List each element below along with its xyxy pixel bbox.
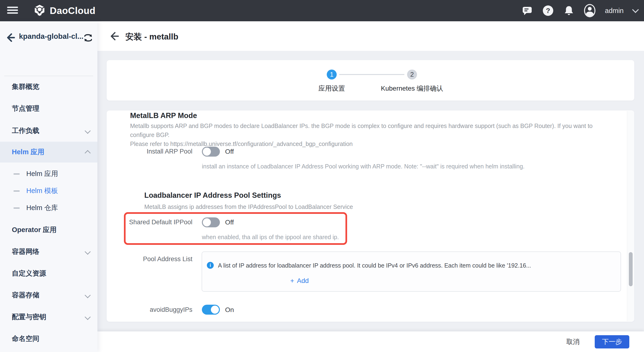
- stepper-card: 1 2 应用设置 Kubernetes 编排确认: [106, 60, 634, 101]
- sidebar-item-operator-apps[interactable]: Operator 应用: [0, 219, 98, 241]
- page-title-bar: 安装 - metallb: [98, 21, 644, 51]
- add-pool-address-button[interactable]: + Add: [290, 277, 309, 285]
- form-card: MetalLB ARP Mode Metallb supports ARP an…: [106, 111, 634, 322]
- step-1-label: 应用设置: [308, 84, 356, 93]
- shared-default-ippool-state: Off: [225, 219, 234, 226]
- sidebar-item-container-network[interactable]: 容器网络: [0, 241, 98, 263]
- shared-default-ippool-toggle[interactable]: [202, 217, 220, 227]
- brand-logo[interactable]: DaoCloud: [33, 0, 96, 21]
- chevron-down-icon: [84, 128, 90, 134]
- top-right-actions: ? admin: [522, 0, 638, 21]
- chevron-down-icon: [84, 249, 90, 255]
- pool-section-title: Loadbalancer IP Address Pool Settings: [144, 191, 281, 200]
- shared-default-ippool-help: when enabled, tha all ips of the ippool …: [202, 234, 339, 241]
- dash-icon: [14, 190, 20, 192]
- sidebar-item-cluster-ops[interactable]: 集群运维: [0, 350, 98, 352]
- page-back-arrow-icon[interactable]: [109, 31, 120, 42]
- sidebar-item-node-management[interactable]: 节点管理: [0, 97, 98, 120]
- sidebar-item-custom-resources[interactable]: 自定义资源: [0, 263, 98, 284]
- username-label: admin: [605, 7, 624, 15]
- user-menu-chevron-down-icon[interactable]: [632, 6, 639, 13]
- sidebar-back-arrow-icon[interactable]: [5, 32, 16, 43]
- sidebar: kpanda-global-cl... 集群概览 节点管理 工作负载 Helm …: [0, 21, 98, 352]
- switch-cluster-icon[interactable]: [83, 33, 93, 43]
- notifications-bell-icon[interactable]: [563, 5, 574, 16]
- pool-address-list-box: [202, 251, 621, 292]
- install-arp-pool-label: Install ARP Pool: [123, 148, 192, 155]
- dash-icon: [14, 207, 20, 209]
- install-arp-pool-help: install an instance of Loadbalancer IP A…: [202, 163, 524, 170]
- sidebar-subitem-helm-apps[interactable]: Helm 应用: [0, 165, 98, 182]
- shared-default-ippool-label: Shared Default IPPool: [123, 219, 192, 226]
- sidebar-subitem-helm-templates[interactable]: Helm 模板: [0, 182, 98, 199]
- next-step-button[interactable]: 下一步: [595, 335, 629, 349]
- hamburger-menu-icon[interactable]: [7, 5, 20, 16]
- avoid-buggy-ips-label: avoidBuggyIPs: [123, 306, 192, 314]
- stepper-connector-line: [339, 74, 404, 75]
- chevron-down-icon: [84, 314, 90, 320]
- chevron-up-icon: [84, 150, 90, 156]
- brand-name: DaoCloud: [50, 5, 96, 16]
- sidebar-header: kpanda-global-cl...: [0, 21, 98, 54]
- footer-action-bar: 取消 下一步: [98, 332, 644, 352]
- pool-address-list-info: A list of IP address for loadbalancer IP…: [218, 262, 531, 269]
- form-scrollbar-track[interactable]: [627, 111, 634, 321]
- step-1-circle: 1: [327, 70, 337, 79]
- pool-section-description: MetalLB assigns ip addresses from the IP…: [144, 202, 353, 211]
- app-window: DaoCloud ?: [0, 0, 644, 352]
- cluster-name[interactable]: kpanda-global-cl...: [19, 32, 84, 41]
- help-icon[interactable]: ?: [542, 5, 554, 16]
- step-2-circle: 2: [407, 70, 417, 79]
- install-arp-pool-state: Off: [225, 148, 234, 156]
- form-scrollbar-thumb[interactable]: [629, 252, 633, 286]
- sidebar-item-workloads[interactable]: 工作负载: [0, 120, 98, 142]
- sidebar-subitem-helm-repos[interactable]: Helm 仓库: [0, 199, 98, 216]
- step-2-label: Kubernetes 编排确认: [376, 84, 448, 93]
- page-title: 安装 - metallb: [125, 31, 178, 42]
- sidebar-item-cluster-overview[interactable]: 集群概览: [0, 76, 98, 97]
- avoid-buggy-ips-toggle[interactable]: [202, 305, 220, 315]
- pool-address-list-label: Pool Address List: [123, 255, 192, 263]
- daocloud-logo-icon: [33, 4, 46, 17]
- sidebar-item-config-secrets[interactable]: 配置与密钥: [0, 306, 98, 328]
- avoid-buggy-ips-state: On: [225, 306, 234, 314]
- dash-icon: [14, 174, 20, 175]
- arp-section-title: MetalLB ARP Mode: [130, 111, 197, 120]
- cancel-button[interactable]: 取消: [565, 337, 581, 347]
- plus-icon: +: [290, 277, 294, 285]
- user-avatar-icon[interactable]: [584, 5, 596, 16]
- info-icon: i: [207, 262, 214, 269]
- help-glyph: ?: [546, 7, 550, 15]
- sidebar-item-container-storage[interactable]: 容器存储: [0, 284, 98, 306]
- top-navigation-bar: DaoCloud ?: [0, 0, 644, 21]
- sidebar-item-helm-apps[interactable]: Helm 应用: [0, 142, 98, 163]
- chevron-down-icon: [84, 292, 90, 298]
- install-arp-pool-toggle[interactable]: [202, 147, 220, 157]
- messages-icon[interactable]: [522, 5, 533, 16]
- arp-section-description: Metallb supports ARP and BGP modes to de…: [130, 121, 618, 148]
- sidebar-item-namespaces[interactable]: 命名空间: [0, 328, 98, 350]
